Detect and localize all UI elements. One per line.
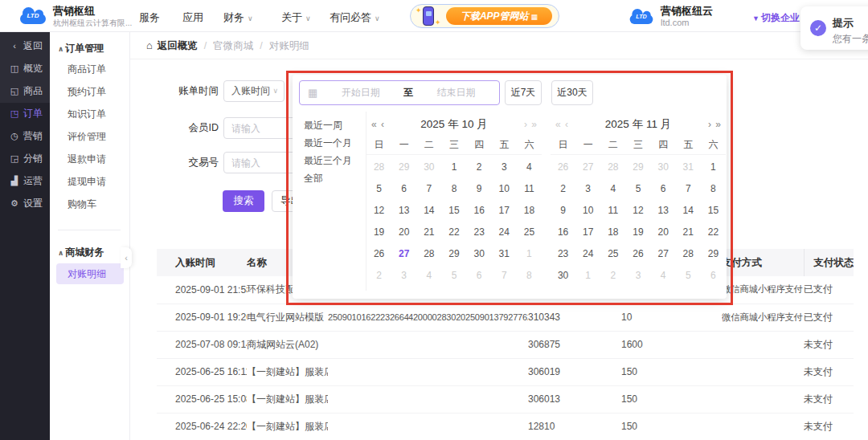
calendar-day[interactable]: 5 (366, 178, 391, 200)
next-month-icon[interactable]: › (524, 115, 527, 134)
calendar-day-outside[interactable]: 26 (551, 157, 575, 178)
calendar-day[interactable]: 2 (551, 178, 575, 200)
sidebar-item-overview[interactable]: ◫概览 (0, 57, 50, 79)
subsidebar-item-shopping-cart[interactable]: 购物车 (68, 198, 96, 210)
calendar-day[interactable]: 22 (701, 222, 726, 243)
prev-year-icon[interactable]: « (555, 115, 561, 134)
calendar-day[interactable]: 26 (366, 243, 391, 265)
calendar-day[interactable]: 23 (467, 222, 492, 243)
calendar-day[interactable]: 28 (676, 243, 701, 265)
next-year-icon[interactable]: » (531, 115, 537, 134)
calendar-day[interactable]: 30 (467, 243, 492, 265)
calendar-day[interactable]: 21 (676, 222, 701, 243)
table-row[interactable]: 2025-09-01 19:26电气行业网站模版2509010162223266… (157, 304, 854, 331)
calendar-day[interactable]: 10 (492, 178, 517, 200)
calendar-day[interactable]: 14 (676, 200, 701, 222)
calendar-day-outside[interactable]: 28 (600, 157, 625, 178)
calendar-day[interactable]: 10 (575, 200, 600, 222)
calendar-day[interactable]: 11 (517, 178, 542, 200)
calendar-day-outside[interactable]: 1 (517, 243, 542, 265)
calendar-day-outside[interactable]: 29 (391, 157, 416, 178)
calendar-day[interactable]: 28 (416, 243, 441, 265)
calendar-day[interactable]: 1 (441, 157, 466, 178)
calendar-day[interactable]: 8 (701, 178, 726, 200)
sidebar-item-marketing[interactable]: ◷营销 (0, 124, 50, 147)
table-row[interactable]: 2025-07-08 09:14商城网站云(A02)3068751600未支付 (157, 331, 854, 358)
sidebar-item-products[interactable]: ◱商品 (0, 79, 50, 102)
calendar-day[interactable]: 15 (701, 200, 726, 222)
sidebar-item-settings[interactable]: ⚙设置 (0, 192, 50, 214)
calendar-day[interactable]: 24 (492, 222, 517, 243)
calendar-day-outside[interactable]: 3 (391, 265, 416, 287)
nav-item-apps[interactable]: 应用 (182, 10, 203, 25)
calendar-day-outside[interactable]: 8 (517, 265, 542, 287)
end-date-placeholder[interactable]: 结束日期 (413, 86, 499, 100)
calendar-day[interactable]: 31 (492, 243, 517, 265)
next-year-icon[interactable]: » (715, 115, 721, 134)
calendar-day[interactable]: 18 (600, 222, 625, 243)
calendar-day[interactable]: 27 (391, 243, 416, 265)
calendar-day[interactable]: 8 (441, 178, 466, 200)
subsidebar-item-reconciliation-detail[interactable]: 对账明细 (56, 263, 124, 284)
calendar-day[interactable]: 26 (625, 243, 650, 265)
calendar-day[interactable]: 12 (366, 200, 391, 222)
trade-no-input[interactable] (223, 152, 304, 173)
calendar-day[interactable]: 27 (651, 243, 676, 265)
calendar-day-outside[interactable]: 5 (441, 265, 466, 287)
sidebar-item-orders[interactable]: ◳订单 (0, 102, 50, 124)
switch-enterprise-button[interactable]: ▼切换企业 (752, 11, 800, 25)
subsidebar-item-product-orders[interactable]: 商品订单 (68, 63, 106, 75)
calendar-day-outside[interactable]: 4 (416, 265, 441, 287)
calendar-day[interactable]: 15 (441, 200, 466, 222)
calendar-day-outside[interactable]: 6 (701, 265, 726, 287)
sidebar-item-back[interactable]: ‹返回 (0, 35, 50, 57)
last-30-days-button[interactable]: 近30天 (551, 80, 593, 105)
calendar-day-outside[interactable]: 4 (651, 265, 676, 287)
nav-item-finance[interactable]: 财务∨ (223, 10, 253, 25)
calendar-day-outside[interactable]: 27 (575, 157, 600, 178)
calendar-day[interactable]: 24 (575, 243, 600, 265)
calendar-day-outside[interactable]: 28 (366, 157, 391, 178)
calendar-day-outside[interactable]: 1 (575, 265, 600, 287)
calendar-day-outside[interactable]: 31 (676, 157, 701, 178)
calendar-day[interactable]: 1 (701, 157, 726, 178)
calendar-day-outside[interactable]: 2 (600, 265, 625, 287)
breadcrumb-back[interactable]: 返回概览 (158, 40, 198, 51)
calendar-day[interactable]: 5 (625, 178, 650, 200)
group-header-order-management[interactable]: ∧订单管理 (58, 42, 104, 55)
calendar-day[interactable]: 25 (517, 222, 542, 243)
calendar-day-outside[interactable]: 7 (492, 265, 517, 287)
calendar-day[interactable]: 13 (391, 200, 416, 222)
calendar-day[interactable]: 4 (517, 157, 542, 178)
sidebar-collapse-handle[interactable]: ‹ (121, 247, 132, 268)
date-range-input[interactable]: ▦ 开始日期 至 结束日期 (299, 80, 500, 105)
shortcut-last-week[interactable]: 最近一周 (293, 116, 366, 134)
calendar-day[interactable]: 20 (651, 222, 676, 243)
prev-month-icon[interactable]: ‹ (381, 115, 384, 134)
calendar-day[interactable]: 9 (467, 178, 492, 200)
calendar-day-outside[interactable]: 30 (651, 157, 676, 178)
calendar-day[interactable]: 16 (467, 200, 492, 222)
calendar-day[interactable]: 3 (575, 178, 600, 200)
calendar-day-outside[interactable]: 5 (676, 265, 701, 287)
calendar-day[interactable]: 18 (517, 200, 542, 222)
calendar-day[interactable]: 20 (391, 222, 416, 243)
sidebar-item-operations[interactable]: ▟运营 (0, 169, 50, 192)
calendar-day[interactable]: 12 (625, 200, 650, 222)
calendar-day[interactable]: 19 (625, 222, 650, 243)
calendar-day[interactable]: 11 (600, 200, 625, 222)
member-id-input[interactable] (223, 117, 304, 139)
calendar-day[interactable]: 21 (416, 222, 441, 243)
calendar-day[interactable]: 2 (467, 157, 492, 178)
subsidebar-item-knowledge-orders[interactable]: 知识订单 (68, 108, 106, 120)
sidebar-item-distribution[interactable]: ◲分销 (0, 147, 50, 169)
calendar-day[interactable]: 22 (441, 222, 466, 243)
last-7-days-button[interactable]: 近7天 (505, 80, 542, 105)
table-row[interactable]: 2025-06-25 16:11【一刻建站】服装店铺306019150未支付 (157, 358, 854, 385)
calendar-day[interactable]: 17 (575, 222, 600, 243)
download-app-banner[interactable]: ✦ ✦ 下载APP管网站▦ (410, 4, 559, 28)
nav-item-qa[interactable]: 有问必答∨ (330, 10, 380, 25)
calendar-day[interactable]: 3 (492, 157, 517, 178)
calendar-day[interactable]: 19 (366, 222, 391, 243)
calendar-day[interactable]: 13 (651, 200, 676, 222)
